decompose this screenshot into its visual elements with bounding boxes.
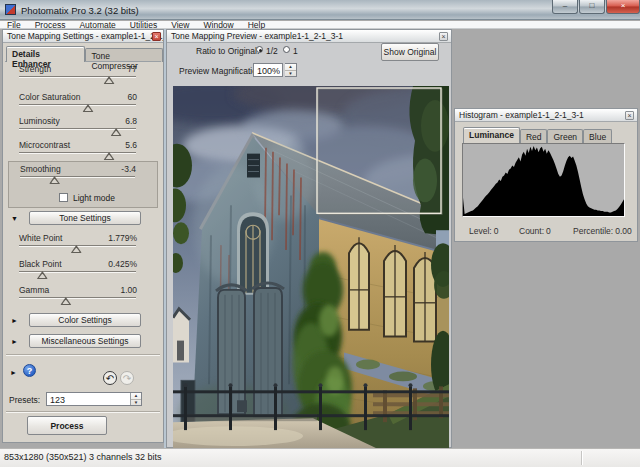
histogram-plot[interactable] xyxy=(462,143,625,217)
menu-process[interactable]: Process xyxy=(28,21,73,29)
histogram-percentile: Percentile:0.00 xyxy=(573,226,632,236)
menu-view[interactable]: View xyxy=(164,21,196,29)
app-title: Photomatix Pro 3.2 (32 bits) xyxy=(21,5,139,16)
app-title-bar[interactable]: Photomatix Pro 3.2 (32 bits) – □ × xyxy=(0,0,640,20)
minimize-button[interactable]: – xyxy=(552,0,578,14)
presets-dropdown[interactable]: 123 ▲ ▼ xyxy=(46,392,142,406)
color-saturation-slider-track[interactable] xyxy=(19,104,136,106)
misc-settings-expander chevron-right-icon[interactable]: ► xyxy=(11,338,18,345)
color-saturation-slider-thumb[interactable] xyxy=(83,104,94,112)
slider-label: White Point xyxy=(19,233,62,243)
undo-icon: ↶ xyxy=(106,373,114,384)
tab-blue[interactable]: Blue xyxy=(583,129,612,143)
close-icon: × xyxy=(621,1,626,10)
tone-settings-expander chevron-down-icon[interactable]: ▼ xyxy=(11,215,18,222)
menu-utilities[interactable]: Utilities xyxy=(123,21,164,29)
histogram-canvas xyxy=(463,144,624,216)
slider-label: Gamma xyxy=(19,285,49,295)
spin-down-icon[interactable]: ▼ xyxy=(131,400,141,406)
tone-mapping-settings-panel: Tone Mapping Settings - example1-1_2-1_.… xyxy=(2,29,164,443)
process-button[interactable]: Process xyxy=(27,416,107,435)
close-button[interactable]: × xyxy=(606,0,640,14)
status-bar: 853x1280 (350x521) 3 channels 32 bits xyxy=(0,448,640,467)
app-icon xyxy=(5,4,16,15)
tab-green[interactable]: Green xyxy=(547,129,583,143)
preview-window-title: Tone Mapping Preview - example1-1_2-1_3-… xyxy=(167,30,451,43)
maximize-button[interactable]: □ xyxy=(579,0,605,14)
close-icon: × xyxy=(154,33,158,40)
slider-value: 6.8 xyxy=(125,116,137,126)
preview-image-canvas xyxy=(173,86,449,449)
slider-value: -3.4 xyxy=(121,164,136,174)
ratio-half-radio[interactable] xyxy=(256,46,263,53)
smoothing-group: Smoothing-3.4 Light mode xyxy=(8,161,158,208)
loupe-rectangle[interactable] xyxy=(317,88,442,214)
color-settings-button[interactable]: Color Settings xyxy=(29,313,141,327)
tab-red[interactable]: Red xyxy=(520,129,548,143)
light-mode-label: Light mode xyxy=(73,193,115,203)
bottom-expander chevron-right-icon[interactable]: ► xyxy=(10,369,17,376)
gamma-slider-track[interactable] xyxy=(19,297,136,299)
color-saturation-slider-row: Color Saturation60 xyxy=(3,92,163,114)
maximize-icon: □ xyxy=(590,1,595,10)
tab-details-enhancer[interactable]: Details Enhancer xyxy=(6,46,85,62)
status-text: 853x1280 (350x521) 3 channels 32 bits xyxy=(4,452,162,462)
close-icon: × xyxy=(441,33,445,40)
preview-image[interactable] xyxy=(173,86,449,449)
histogram-window-title: Histogram - example1-1_2-1_3-1 xyxy=(455,109,637,122)
black-point-slider-track[interactable] xyxy=(19,271,136,273)
slider-value: 60 xyxy=(128,92,137,102)
white-point-slider-thumb[interactable] xyxy=(71,245,82,253)
minimize-icon: – xyxy=(563,1,567,10)
menu-window[interactable]: Window xyxy=(197,21,241,29)
ratio-half-label[interactable]: 1/2 xyxy=(266,46,278,56)
ratio-one-label[interactable]: 1 xyxy=(293,46,298,56)
color-settings-expander chevron-right-icon[interactable]: ► xyxy=(11,317,18,324)
menu-help[interactable]: Help xyxy=(241,21,272,29)
luminosity-slider-row: Luminosity6.8 xyxy=(3,116,163,138)
slider-label: Color Saturation xyxy=(19,92,80,102)
miscellaneous-settings-button[interactable]: Miscellaneous Settings xyxy=(29,334,141,348)
preview-close-button[interactable]: × xyxy=(439,32,448,41)
presets-label: Presets: xyxy=(9,395,40,405)
microcontrast-slider-track[interactable] xyxy=(19,152,136,154)
tone-mapping-preview-window: Tone Mapping Preview - example1-1_2-1_3-… xyxy=(166,29,452,448)
smoothing-slider-track[interactable] xyxy=(20,176,135,178)
microcontrast-slider-thumb[interactable] xyxy=(104,152,115,160)
spin-down-icon[interactable]: ▼ xyxy=(285,71,296,77)
luminosity-slider-thumb[interactable] xyxy=(111,128,122,136)
histogram-shape xyxy=(463,146,624,216)
magnification-spinner[interactable]: ▲ ▼ xyxy=(285,63,297,77)
black-point-slider-thumb[interactable] xyxy=(37,271,48,279)
tab-tone-compressor[interactable]: Tone Compressor xyxy=(85,48,163,62)
histogram-close-button[interactable]: × xyxy=(625,111,634,120)
luminosity-slider-track[interactable] xyxy=(19,128,136,130)
tab-luminance[interactable]: Luminance xyxy=(463,127,520,143)
show-original-button[interactable]: Show Original xyxy=(381,43,439,61)
help-icon: ? xyxy=(27,366,33,376)
tone-settings-button[interactable]: Tone Settings xyxy=(29,211,141,225)
strength-slider-thumb[interactable] xyxy=(104,76,115,84)
white-point-slider-track[interactable] xyxy=(19,245,136,247)
presets-value: 123 xyxy=(50,395,65,405)
black-point-slider-row: Black Point0.425% xyxy=(3,259,163,281)
settings-panel-close-button[interactable]: × xyxy=(152,32,161,41)
menu-bar: File Process Automate Utilities View Win… xyxy=(0,21,640,29)
help-button[interactable]: ? xyxy=(23,364,36,377)
smoothing-slider-thumb[interactable] xyxy=(49,176,60,184)
slider-value: 5.6 xyxy=(125,140,137,150)
gamma-slider-thumb[interactable] xyxy=(60,297,71,305)
strength-slider-track[interactable] xyxy=(19,76,136,78)
magnification-input[interactable]: 100% xyxy=(253,63,283,77)
slider-label: Luminosity xyxy=(19,116,60,126)
redo-icon: ↷ xyxy=(123,373,131,384)
presets-spinner[interactable]: ▲ ▼ xyxy=(130,393,141,405)
slider-label: Black Point xyxy=(19,259,62,269)
ratio-one-radio[interactable] xyxy=(283,46,290,53)
redo-button[interactable]: ↷ xyxy=(120,371,134,385)
ratio-label: Ratio to Original: xyxy=(196,46,259,56)
light-mode-checkbox[interactable] xyxy=(59,193,68,202)
undo-button[interactable]: ↶ xyxy=(103,371,117,385)
menu-file[interactable]: File xyxy=(0,21,28,29)
menu-automate[interactable]: Automate xyxy=(72,21,122,29)
